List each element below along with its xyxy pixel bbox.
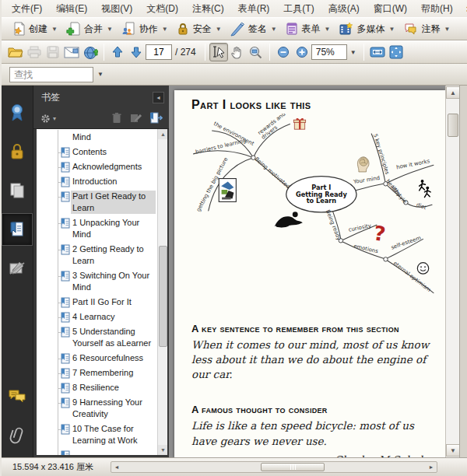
scroll-up-icon[interactable]: ▲ <box>158 129 167 139</box>
bookmark-item[interactable]: Acknowledgments <box>37 159 157 174</box>
signature-field-panel-button[interactable] <box>2 252 33 285</box>
menu-item-6[interactable]: 表单(R) <box>231 1 277 17</box>
close-menubar-icon[interactable]: × <box>460 3 467 15</box>
combine-page-plus-icon <box>65 21 81 37</box>
select-tool-button[interactable] <box>209 43 228 61</box>
security-panel-button[interactable] <box>2 135 33 168</box>
zoom-out-button[interactable] <box>274 43 293 61</box>
print-button[interactable] <box>25 43 44 61</box>
scrollbar-thumb[interactable] <box>159 246 167 347</box>
bookmark-item[interactable]: 2 Getting Ready to Learn <box>37 242 157 268</box>
collaborate-button[interactable]: 协作▼ <box>117 19 172 38</box>
bookmark-page-icon <box>61 271 70 285</box>
comments-panel-button[interactable] <box>2 380 33 412</box>
menu-item-1[interactable]: 文件(F) <box>5 1 49 17</box>
chevron-down-icon[interactable]: ▼ <box>347 49 360 56</box>
email-button[interactable] <box>62 43 81 61</box>
signatures-panel-button[interactable] <box>2 96 33 129</box>
pages-panel-button[interactable] <box>2 174 33 207</box>
menu-item-8[interactable]: 高级(A) <box>321 1 367 17</box>
scroll-up-icon[interactable]: ▲ <box>446 86 460 99</box>
zoom-level-combobox[interactable]: 75% <box>311 44 347 60</box>
svg-text:diet: diet <box>416 201 427 211</box>
scrollbar-thumb[interactable] <box>261 463 325 471</box>
menu-item-3[interactable]: 视图(V) <box>94 1 139 17</box>
sprinter-graphic <box>274 212 302 227</box>
bookmark-item[interactable]: Mind <box>37 130 157 145</box>
create-pdf-button[interactable]: 创建▼ <box>6 19 61 38</box>
fit-width-button[interactable] <box>368 43 387 61</box>
menu-item-4[interactable]: 文档(D) <box>139 1 185 17</box>
delete-bookmark-button[interactable] <box>111 112 122 126</box>
smiley-icon <box>417 263 428 274</box>
save-button[interactable] <box>44 43 62 61</box>
nav-toolbar: / 274 75% ▼ <box>2 40 467 64</box>
scroll-down-icon[interactable]: ▼ <box>446 444 460 457</box>
menu-item-2[interactable]: 编辑(E) <box>49 1 94 17</box>
multimedia-label: 多媒体 <box>357 23 385 36</box>
attachments-panel-button[interactable] <box>2 418 33 451</box>
bookmark-item[interactable]: 7 Remembering <box>37 366 157 380</box>
scroll-right-icon[interactable]: ► <box>426 462 437 472</box>
next-page-button[interactable] <box>127 43 146 61</box>
main-toolbar: 创建▼ 合并▼ 协作▼ 安全▼ 签名▼ 表单▼ 多媒体▼ 注释▼ <box>2 17 467 40</box>
open-file-button[interactable] <box>6 43 25 61</box>
menu-bar: 文件(F)编辑(E)视图(V)文档(D)注释(C)表单(R)工具(T)高级(A)… <box>2 0 467 17</box>
bookmarks-panel-button[interactable] <box>2 213 33 246</box>
menu-item-9[interactable]: 窗口(W) <box>367 1 414 17</box>
security-button[interactable]: 安全▼ <box>172 20 226 37</box>
bookmark-item[interactable]: Part I Get Ready to Learn <box>37 189 157 215</box>
bookmark-item[interactable] <box>37 448 157 455</box>
bookmark-options-button[interactable]: ▾ <box>40 113 56 124</box>
bookmark-item[interactable]: 8 Resilience <box>37 380 157 395</box>
menu-item-10[interactable]: 帮助(H) <box>414 1 460 17</box>
combine-button[interactable]: 合并▼ <box>61 19 117 38</box>
fit-page-button[interactable] <box>387 43 406 61</box>
window-frame-edge <box>459 86 467 457</box>
document-vertical-scrollbar[interactable]: ▲ ▼ <box>445 86 459 457</box>
previous-page-button[interactable] <box>108 43 127 61</box>
chevron-down-icon[interactable]: ▼ <box>93 69 107 79</box>
bookmarks-scrollbar[interactable]: ▲ ▼ <box>157 129 167 455</box>
comment-button[interactable]: 注释▼ <box>399 19 454 38</box>
bookmark-item[interactable]: 10 The Case for Learning at Work <box>37 422 157 448</box>
bookmark-item[interactable]: 3 Switching On Your Mind <box>37 268 157 295</box>
bookmark-item[interactable]: Part II Go For It <box>37 295 157 310</box>
bookmark-icon <box>9 221 26 238</box>
bookmark-item[interactable]: 5 Understanding Yourself as aLearner <box>37 324 157 351</box>
toolbar-separator <box>269 44 270 61</box>
document-area[interactable]: Part I looks like this <box>169 86 467 457</box>
create-page-star-icon <box>10 21 26 37</box>
mindmap-figure: Part I Getting Ready to Learn Being moti… <box>184 114 434 304</box>
bookmark-item[interactable]: Contents <box>37 145 157 159</box>
bookmark-item[interactable]: 6 Resourcefulness <box>37 351 157 366</box>
document-horizontal-scrollbar[interactable]: ◄ ► <box>111 461 437 473</box>
create-label: 创建 <box>29 23 47 36</box>
bookmark-item[interactable]: Introduction <box>37 174 157 189</box>
page-number-input[interactable] <box>146 44 172 60</box>
menu-item-5[interactable]: 注释(C) <box>185 1 231 17</box>
edit-bookmark-button[interactable] <box>130 112 142 125</box>
bookmark-item[interactable]: 9 Harnessing Your Creativity <box>37 395 157 422</box>
bookmark-item[interactable]: 4 Learnacy <box>37 310 157 324</box>
marquee-zoom-button[interactable] <box>247 43 265 61</box>
page-dimensions-label: 15.594 x 23.416 厘米 <box>12 461 93 473</box>
bookmarks-panel: 书签 ◂ ▾ Mind Contents Acknowledgm <box>33 86 169 457</box>
scrollbar-thumb[interactable] <box>448 114 458 137</box>
bookmark-item[interactable]: 1 Unpacking Your Mind <box>37 215 157 242</box>
zoom-level-value: 75% <box>316 47 335 58</box>
ribbon-icon <box>9 103 25 122</box>
locate-bookmark-button[interactable] <box>149 112 163 126</box>
collapse-panel-button[interactable]: ◂ <box>153 92 164 103</box>
upload-web-button[interactable] <box>81 43 100 61</box>
scroll-down-icon[interactable]: ▼ <box>158 445 167 455</box>
menu-item-7[interactable]: 工具(T) <box>276 1 321 17</box>
status-bar: 15.594 x 23.416 厘米 ◄ ► <box>2 457 467 476</box>
zoom-in-button[interactable] <box>293 43 311 61</box>
sign-button[interactable]: 签名▼ <box>226 19 281 38</box>
multimedia-button[interactable]: 多媒体▼ <box>335 19 399 38</box>
find-input[interactable] <box>9 67 93 82</box>
scroll-left-icon[interactable]: ◄ <box>111 462 122 472</box>
hand-tool-button[interactable] <box>228 43 247 61</box>
forms-button[interactable]: 表单▼ <box>281 20 335 37</box>
